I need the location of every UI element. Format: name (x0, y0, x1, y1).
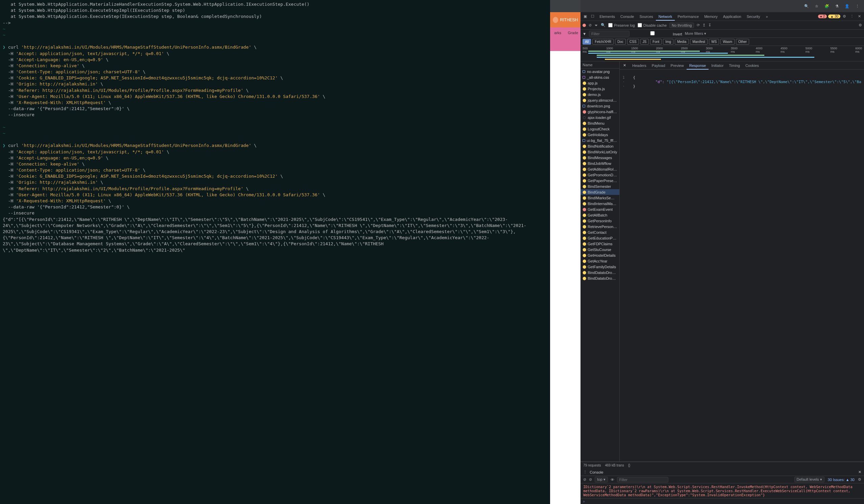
console-scope-select[interactable]: top ▾ (595, 477, 608, 482)
more-filters[interactable]: More filters ▾ (685, 32, 706, 36)
tab-security[interactable]: Security (744, 13, 763, 20)
request-row[interactable]: ⬤BindMenu (580, 120, 619, 126)
request-row[interactable]: ⬤GetAditionalRoleDe... (580, 166, 619, 172)
page-tabs[interactable]: arks Grade (550, 27, 580, 51)
close-detail-icon[interactable]: ✕ (621, 63, 628, 68)
filter-chip-img[interactable]: Img (663, 39, 673, 45)
tab-network[interactable]: Network (656, 13, 675, 21)
filter-chip-other[interactable]: Other (736, 39, 749, 45)
request-row[interactable]: ◌ajax-loader.gif (580, 115, 619, 120)
request-list[interactable]: Name no-avatar.png_all-skins.css⬤app.js⬤… (580, 61, 620, 461)
filter-chip-ws[interactable]: WS (709, 39, 719, 45)
request-row[interactable]: ⬤BindNotification (580, 143, 619, 149)
network-settings-icon[interactable]: ⚙ (859, 23, 862, 27)
tab-memory[interactable]: Memory (701, 13, 720, 20)
funnel-icon[interactable]: ▼ (583, 32, 586, 36)
tab-sources[interactable]: Sources (637, 13, 656, 20)
detail-tab-preview[interactable]: Preview (668, 62, 687, 69)
tab-marks[interactable]: arks (550, 31, 565, 35)
warn-badge[interactable]: ▲ 30 (828, 14, 840, 18)
record-icon[interactable] (583, 24, 586, 27)
detail-tab-response[interactable]: Response (687, 62, 709, 70)
request-row[interactable]: ⬤LogoutCheck (580, 126, 619, 132)
profile-icon[interactable]: 👤 (844, 3, 850, 9)
request-row[interactable]: ⬤jquery.slimscroll.mi... (580, 97, 619, 103)
preserve-log-checkbox[interactable]: Preserve log (608, 23, 635, 27)
detail-tab-headers[interactable]: Headers (629, 62, 649, 69)
detail-tab-payload[interactable]: Payload (649, 62, 668, 69)
filter-input[interactable] (589, 31, 629, 37)
request-row[interactable]: ⬤GetContact (580, 229, 619, 235)
eye-icon[interactable]: 👁 (611, 478, 614, 482)
clear-icon[interactable]: ⊘ (589, 23, 592, 27)
kebab-icon[interactable]: ⋮ (849, 14, 855, 19)
console-kebab-icon[interactable]: ⋮ (583, 470, 587, 474)
issues-link[interactable]: 30 Issues: ▲ 30 (828, 478, 854, 482)
request-row[interactable]: ⬤demo.js (580, 92, 619, 97)
console-prompt[interactable]: › (580, 498, 864, 504)
filter-icon[interactable]: ⏷ (595, 23, 598, 27)
filter-chip-manifest[interactable]: Manifest (690, 39, 708, 45)
invert-checkbox[interactable]: Invert (632, 31, 682, 36)
request-row[interactable]: ⬤BindWorkListOnly (580, 149, 619, 155)
request-row[interactable]: ⬤BindMessages (580, 155, 619, 160)
filter-chip-fetch-xhr[interactable]: Fetch/XHR (592, 39, 614, 45)
tab-elements[interactable]: Elements (597, 13, 618, 20)
menu-icon[interactable]: ⋮ (854, 3, 860, 9)
request-row[interactable]: ⬤BindDatatoDropdown (580, 269, 619, 275)
tab-performance[interactable]: Performance (675, 13, 701, 20)
close-icon[interactable]: ✕ (856, 14, 863, 19)
star-icon[interactable]: ☆ (814, 3, 819, 9)
request-row[interactable]: ⬤glyphicons-halfling... (580, 109, 619, 115)
request-row[interactable]: ⬤GetStuCourse (580, 247, 619, 252)
filter-chip-wasm[interactable]: Wasm (720, 39, 735, 45)
response-body[interactable]: 1 { · "d": "[{\"PersonId\":21412,\"Name\… (620, 70, 864, 461)
filter-chip-doc[interactable]: Doc (615, 39, 626, 45)
levels-select[interactable]: Default levels ▾ (794, 477, 825, 482)
request-row[interactable]: ⬤RetrievePersonPhoto (580, 224, 619, 229)
settings-icon[interactable]: ⚙ (841, 14, 848, 19)
request-row[interactable]: _all-skins.css (580, 74, 619, 80)
throttling-select[interactable]: No throttling (669, 23, 694, 28)
request-row[interactable]: ⬤app.js (580, 80, 619, 86)
filter-chip-all[interactable]: All (583, 39, 591, 45)
disable-cache-checkbox[interactable]: Disable cache (638, 23, 667, 27)
extension-icon[interactable]: 🧩 (824, 3, 829, 9)
request-row[interactable]: ⬤GetExamEvent (580, 206, 619, 212)
filter-chip-css[interactable]: CSS (627, 39, 639, 45)
device-icon[interactable]: ☐ (589, 14, 596, 19)
request-row[interactable]: ⬤GetFDPClaims (580, 241, 619, 247)
request-row[interactable]: ⬤BindIMarksSemester (580, 195, 619, 201)
request-row[interactable]: ⬤BindJobWflow (580, 160, 619, 166)
request-row[interactable]: ⬤Projects.js (580, 86, 619, 92)
request-row[interactable]: ⬤BindDatatoDropdown (580, 275, 619, 281)
inspect-icon[interactable]: ▣ (582, 14, 589, 19)
braces-icon[interactable]: {} (628, 464, 631, 467)
console-filter-input[interactable] (617, 477, 668, 482)
detail-tab-timing[interactable]: Timing (726, 62, 743, 69)
search-icon[interactable]: 🔍 (601, 23, 605, 27)
request-row[interactable]: ui-bg_flat_75_ffffff_... (580, 137, 619, 143)
request-row[interactable]: ⬤BindGrade (580, 189, 619, 195)
name-column-header[interactable]: Name (580, 61, 619, 69)
labs-icon[interactable]: ⚗ (834, 3, 840, 9)
request-row[interactable]: ⬤GetPaperPresentation (580, 178, 619, 183)
console-output[interactable]: IDictionary`2 parameters)\r\n at System.… (580, 483, 864, 498)
terminal-pane[interactable]: at System.Web.HttpApplication.Materializ… (0, 0, 550, 504)
console-close-icon[interactable]: ✕ (858, 470, 861, 474)
request-row[interactable]: downIcon.png (580, 103, 619, 109)
console-stop-icon[interactable]: ⊘ (589, 477, 592, 482)
error-badge[interactable]: ● 2 (818, 14, 827, 18)
request-row[interactable]: ⬤GetPersonInfo (580, 218, 619, 224)
filter-chip-js[interactable]: JS (640, 39, 649, 45)
filter-chip-font[interactable]: Font (650, 39, 662, 45)
request-row[interactable]: ⬤GetFamilyDetails (580, 264, 619, 269)
filter-chip-media[interactable]: Media (675, 39, 689, 45)
request-row[interactable]: no-avatar.png (580, 69, 619, 74)
detail-tab-cookies[interactable]: Cookies (743, 62, 761, 69)
console-clear-icon[interactable]: ⊘ (583, 477, 586, 482)
download-icon[interactable]: ↧ (708, 23, 711, 27)
wifi-icon[interactable]: ⟳ (697, 23, 700, 27)
search-icon[interactable]: 🔍 (804, 3, 809, 9)
tab-console[interactable]: Console (618, 13, 637, 20)
